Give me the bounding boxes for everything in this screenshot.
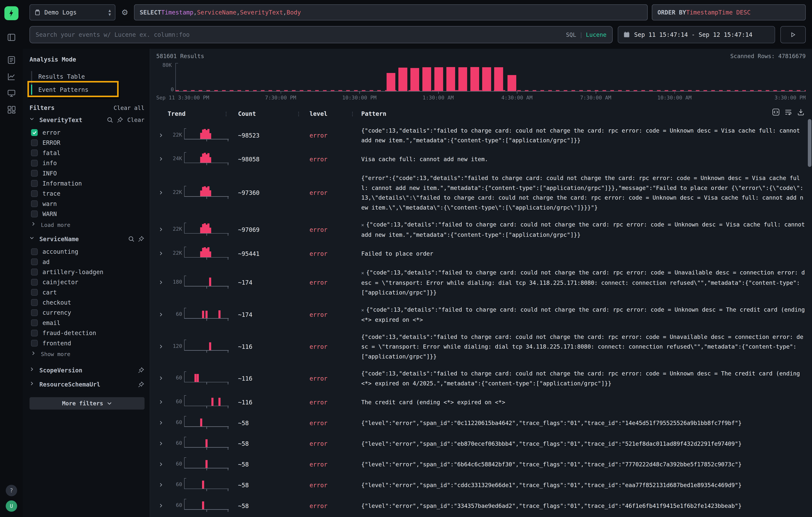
view-code-icon[interactable]	[772, 108, 780, 116]
histogram-bar[interactable]	[458, 67, 467, 91]
clear-all-button[interactable]: Clear all	[114, 105, 145, 111]
expand-row-chevron-icon[interactable]	[154, 132, 168, 138]
expand-row-chevron-icon[interactable]	[154, 375, 168, 381]
select-query-input[interactable]: SELECT Timestamp, ServiceName, SeverityT…	[134, 4, 648, 20]
gear-icon[interactable]: ⚙	[120, 8, 130, 17]
filter-option-artillery-loadgen[interactable]: artillery-loadgen	[30, 267, 145, 277]
filter-option-accounting[interactable]: accounting	[30, 247, 145, 257]
filter-option-warn[interactable]: WARN	[30, 209, 145, 219]
wrap-lines-icon[interactable]	[784, 108, 792, 116]
search-logs-icon[interactable]	[7, 55, 16, 65]
table-row[interactable]: 60~58error{"level":"error","span_id":"0c…	[154, 412, 812, 433]
analysis-mode-item-results-table[interactable]: Results Table	[31, 70, 144, 83]
expand-row-chevron-icon[interactable]	[154, 399, 168, 404]
chart-explorer-icon[interactable]	[7, 72, 16, 81]
checkbox-unchecked[interactable]	[31, 210, 38, 217]
filter-option-checkout[interactable]: checkout	[30, 297, 145, 308]
user-avatar[interactable]: U	[6, 500, 17, 512]
filter-option-fatal[interactable]: fatal	[30, 148, 145, 158]
filter-option-info[interactable]: info	[30, 158, 145, 168]
checkbox-unchecked[interactable]	[31, 319, 38, 326]
histogram-bar[interactable]	[410, 68, 419, 91]
exclude-x-icon[interactable]: ✕	[361, 222, 364, 228]
filter-option-email[interactable]: email	[30, 318, 145, 328]
filter-option-currency[interactable]: currency	[30, 308, 145, 318]
table-row[interactable]: 22K~97360error{"error":{"code":13,"detai…	[154, 169, 812, 215]
orderby-input[interactable]: ORDER BY TimestampTime DESC	[652, 4, 806, 20]
sessions-monitor-icon[interactable]	[7, 89, 16, 98]
table-row[interactable]: 60~58error{"level":"error","span_id":"33…	[154, 495, 812, 515]
table-row[interactable]: 60~116error{"code":13,"details":"failed …	[154, 364, 812, 391]
expand-row-chevron-icon[interactable]	[154, 502, 168, 508]
vertical-scrollbar-thumb[interactable]	[808, 119, 811, 167]
search-icon[interactable]	[128, 236, 135, 242]
sql-mode-toggle[interactable]: SQL	[566, 31, 576, 38]
col-header-count[interactable]: Count⋮	[231, 110, 303, 117]
filter-option-information[interactable]: Information	[30, 178, 145, 189]
checkbox-unchecked[interactable]	[31, 299, 38, 306]
histogram-bar[interactable]	[470, 67, 479, 91]
checkbox-unchecked[interactable]	[31, 340, 38, 346]
clear-filter-button[interactable]: Clear	[127, 117, 145, 123]
help-button[interactable]: ?	[6, 485, 17, 496]
checkbox-unchecked[interactable]	[31, 289, 38, 296]
checkbox-unchecked[interactable]	[31, 160, 38, 167]
checkbox-checked[interactable]	[31, 129, 38, 136]
pin-icon[interactable]	[117, 117, 123, 123]
filter-option-trace[interactable]: trace	[30, 189, 145, 199]
pin-icon[interactable]	[138, 236, 144, 242]
filter-option-warn[interactable]: warn	[30, 199, 145, 209]
expand-row-chevron-icon[interactable]	[154, 420, 168, 425]
table-row[interactable]: 60~116errorThe credit card (ending <*> e…	[154, 391, 812, 412]
checkbox-unchecked[interactable]	[31, 170, 38, 177]
col-resize-handle[interactable]: ⋮	[296, 111, 301, 117]
table-row[interactable]: 60~58error{"level":"error","span_id":"cd…	[154, 474, 812, 495]
table-row[interactable]: 180~174error✕{"code":13,"details":"faile…	[154, 263, 812, 300]
table-row[interactable]: 120~116error{"code":13,"details":"failed…	[154, 328, 812, 365]
table-row[interactable]: 22K~95441errorFailed to place order	[154, 242, 812, 263]
histogram-bar[interactable]	[434, 67, 443, 91]
checkbox-unchecked[interactable]	[31, 139, 38, 146]
table-row[interactable]: 22K~98523error{"code":13,"details":"fail…	[154, 121, 812, 148]
filter-option-frontend[interactable]: frontend	[30, 338, 145, 348]
histogram-bar[interactable]	[423, 67, 431, 91]
table-row[interactable]: 24K~98058errorVisa cache full: cannot ad…	[154, 148, 812, 169]
checkbox-unchecked[interactable]	[31, 279, 38, 286]
filter-group-header-severitytext[interactable]: SeverityTextClear	[30, 117, 145, 123]
run-query-button[interactable]	[780, 26, 806, 43]
histogram-bar[interactable]	[508, 75, 516, 91]
search-icon[interactable]	[107, 117, 113, 123]
filter-group-header-scopeversion[interactable]: ScopeVersion	[30, 367, 145, 374]
checkbox-unchecked[interactable]	[31, 149, 38, 156]
expand-row-chevron-icon[interactable]	[154, 440, 168, 446]
dashboards-grid-icon[interactable]	[7, 105, 16, 114]
col-resize-handle[interactable]: ⋮	[224, 111, 229, 117]
load-more-button[interactable]: Load more	[30, 219, 145, 230]
expand-row-chevron-icon[interactable]	[154, 311, 168, 317]
table-row[interactable]: 22K~97069error✕{"code":13,"details":"fai…	[154, 215, 812, 242]
checkbox-unchecked[interactable]	[31, 180, 38, 187]
app-logo[interactable]	[4, 6, 18, 20]
analysis-mode-item-event-patterns[interactable]: Event Patterns	[31, 83, 144, 96]
histogram-bar[interactable]	[386, 73, 395, 91]
expand-row-chevron-icon[interactable]	[154, 482, 168, 487]
filter-option-fraud-detection[interactable]: fraud-detection	[30, 328, 145, 338]
expand-row-chevron-icon[interactable]	[154, 250, 168, 256]
checkbox-unchecked[interactable]	[31, 330, 38, 337]
filter-option-error[interactable]: ERROR	[30, 138, 145, 148]
filter-option-cainjector[interactable]: cainjector	[30, 277, 145, 287]
col-header-trend[interactable]: Trend⋮	[168, 110, 231, 117]
search-input[interactable]: Search your events w/ Lucene ex. column:…	[30, 26, 613, 43]
histogram-bar[interactable]	[446, 67, 455, 91]
expand-row-chevron-icon[interactable]	[154, 155, 168, 161]
pin-icon[interactable]	[138, 367, 144, 374]
expand-row-chevron-icon[interactable]	[154, 461, 168, 466]
table-row[interactable]: 60~58error{"level":"error","span_id":"eb…	[154, 433, 812, 453]
exclude-x-icon[interactable]: ✕	[361, 307, 364, 313]
filter-option-cart[interactable]: cart	[30, 287, 145, 297]
checkbox-unchecked[interactable]	[31, 309, 38, 316]
histogram-bar[interactable]	[494, 67, 503, 91]
checkbox-unchecked[interactable]	[31, 249, 38, 255]
filter-option-ad[interactable]: ad	[30, 257, 145, 267]
histogram-bar[interactable]	[482, 67, 491, 91]
